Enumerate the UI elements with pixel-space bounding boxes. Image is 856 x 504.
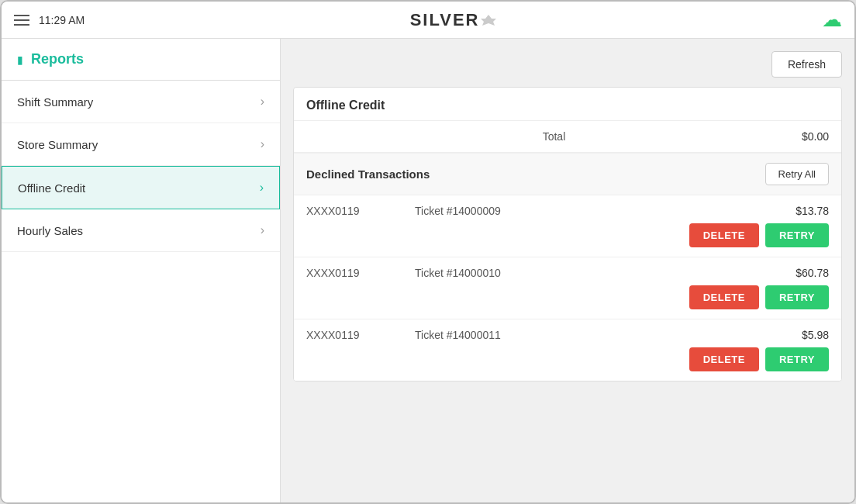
chevron-right-icon: › xyxy=(261,223,264,237)
retry-all-button[interactable]: Retry All xyxy=(765,163,829,185)
transaction-ticket: Ticket #14000010 xyxy=(399,267,796,279)
chevron-right-icon: › xyxy=(261,137,264,151)
top-bar: 11:29 AM SILVER ☁ xyxy=(2,2,854,39)
transaction-row: XXXX0119 Ticket #14000009 $13.78 DELETE … xyxy=(294,195,841,257)
offline-credit-card: Offline Credit Total $0.00 Declined Tran… xyxy=(293,87,842,381)
transaction-row: XXXX0119 Ticket #14000010 $60.78 DELETE … xyxy=(294,257,841,319)
transaction-actions: DELETE RETRY xyxy=(306,347,829,371)
total-amount: $0.00 xyxy=(802,130,829,143)
content-toolbar: Refresh xyxy=(293,51,842,78)
total-label: Total xyxy=(306,130,802,143)
transaction-info: XXXX0119 Ticket #14000009 $13.78 xyxy=(306,205,829,217)
sidebar-item-label: Store Summary xyxy=(17,138,98,151)
reports-icon: ▮ xyxy=(17,54,23,66)
retry-button[interactable]: RETRY xyxy=(765,285,829,309)
sidebar-item-label: Shift Summary xyxy=(17,95,93,109)
sidebar-item-shift-summary[interactable]: Shift Summary › xyxy=(2,81,280,123)
sidebar: ▮ Reports Shift Summary › Store Summary … xyxy=(2,39,281,502)
transaction-ticket: Ticket #14000011 xyxy=(399,329,802,341)
transaction-amount: $60.78 xyxy=(796,267,829,279)
sidebar-item-store-summary[interactable]: Store Summary › xyxy=(2,123,280,166)
retry-button[interactable]: RETRY xyxy=(765,223,829,247)
device-frame: 11:29 AM SILVER ☁ ▮ Reports Shift Summar… xyxy=(0,0,856,504)
main-layout: ▮ Reports Shift Summary › Store Summary … xyxy=(2,39,854,502)
transaction-info: XXXX0119 Ticket #14000010 $60.78 xyxy=(306,267,829,279)
delete-button[interactable]: DELETE xyxy=(689,285,759,309)
sidebar-item-offline-credit[interactable]: Offline Credit › xyxy=(2,166,280,209)
total-row: Total $0.00 xyxy=(294,120,841,153)
transaction-amount: $13.78 xyxy=(796,205,829,217)
time-display: 11:29 AM xyxy=(39,14,85,26)
transaction-amount: $5.98 xyxy=(802,329,829,341)
chevron-right-icon: › xyxy=(260,181,264,195)
logo-accent-icon xyxy=(481,15,496,26)
delete-button[interactable]: DELETE xyxy=(689,223,759,247)
transaction-info: XXXX0119 Ticket #14000011 $5.98 xyxy=(306,329,829,341)
retry-button[interactable]: RETRY xyxy=(765,347,829,371)
hamburger-icon[interactable] xyxy=(14,15,29,26)
sidebar-item-hourly-sales[interactable]: Hourly Sales › xyxy=(2,209,280,252)
transaction-ticket: Ticket #14000009 xyxy=(399,205,796,217)
app-title: SILVER xyxy=(410,10,480,30)
sidebar-item-label: Hourly Sales xyxy=(17,224,83,237)
transaction-row: XXXX0119 Ticket #14000011 $5.98 DELETE R… xyxy=(294,319,841,381)
transaction-card: XXXX0119 xyxy=(306,205,399,217)
app-logo: SILVER xyxy=(410,10,497,30)
refresh-button[interactable]: Refresh xyxy=(771,51,842,78)
declined-title: Declined Transactions xyxy=(306,167,430,181)
cloud-status-icon: ☁ xyxy=(822,8,842,32)
transaction-actions: DELETE RETRY xyxy=(306,223,829,247)
sidebar-title: Reports xyxy=(31,51,84,67)
section-title: Offline Credit xyxy=(294,88,841,120)
sidebar-item-label: Offline Credit xyxy=(18,181,85,195)
transaction-card: XXXX0119 xyxy=(306,329,399,341)
top-bar-left: 11:29 AM xyxy=(14,14,85,26)
sidebar-header: ▮ Reports xyxy=(2,39,280,81)
declined-header: Declined Transactions Retry All xyxy=(294,153,841,195)
transaction-actions: DELETE RETRY xyxy=(306,285,829,309)
content-area: Refresh Offline Credit Total $0.00 Decli… xyxy=(281,39,854,502)
chevron-right-icon: › xyxy=(261,95,264,109)
delete-button[interactable]: DELETE xyxy=(689,347,759,371)
transaction-card: XXXX0119 xyxy=(306,267,399,279)
